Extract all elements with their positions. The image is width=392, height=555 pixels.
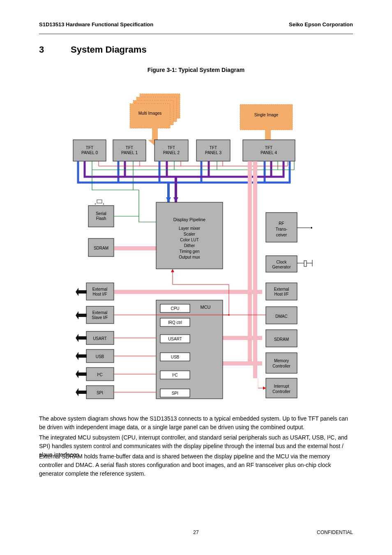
page-number: 27 <box>0 530 392 535</box>
svg-text:Host I/F: Host I/F <box>92 292 107 296</box>
svg-rect-35 <box>97 200 102 203</box>
svg-marker-22 <box>166 197 171 202</box>
svg-text:SPI: SPI <box>172 391 178 395</box>
svg-text:Host I/F: Host I/F <box>274 292 288 296</box>
block-tft3: TFT PANEL 3 <box>196 140 230 161</box>
block-dmac: DMAC <box>266 307 297 324</box>
svg-text:Controller: Controller <box>272 364 291 368</box>
single-image-label: Single Image <box>254 113 279 117</box>
block-tft4: TFT PANEL 4 <box>243 140 295 161</box>
svg-marker-51 <box>76 334 87 342</box>
block-ext-host-r: External Host I/F <box>266 283 297 300</box>
svg-text:SDRAM: SDRAM <box>274 337 289 342</box>
svg-rect-3 <box>130 104 170 128</box>
multi-image-label: Multi Images <box>138 111 162 116</box>
svg-text:DMAC: DMAC <box>275 314 287 319</box>
svg-marker-48 <box>76 311 87 319</box>
block-tft1: TFT PANEL 1 <box>113 140 146 161</box>
svg-text:TFT: TFT <box>210 146 217 150</box>
svg-text:Interrupt: Interrupt <box>274 384 289 388</box>
svg-text:USB: USB <box>96 354 104 359</box>
svg-text:Clock: Clock <box>276 260 287 264</box>
svg-text:SPI: SPI <box>97 391 103 395</box>
svg-marker-23 <box>173 197 178 202</box>
svg-text:PANEL 1: PANEL 1 <box>121 150 138 155</box>
svg-text:PANEL 4: PANEL 4 <box>261 150 277 155</box>
body-para-3: External SDRAM holds frame-buffer data a… <box>39 452 353 478</box>
block-tft2: TFT PANEL 2 <box>154 140 188 161</box>
body-para-1: The above system diagram shows how the S… <box>39 414 353 432</box>
svg-text:TFT: TFT <box>86 146 93 150</box>
block-ext-host: External Host I/F <box>86 283 114 300</box>
svg-text:Trans-: Trans- <box>276 227 288 231</box>
svg-text:MCU: MCU <box>200 305 210 310</box>
svg-text:External: External <box>274 287 289 291</box>
svg-text:I²C: I²C <box>97 372 102 377</box>
svg-text:Display Pipeline: Display Pipeline <box>173 217 205 222</box>
svg-text:Dither: Dither <box>184 243 195 248</box>
svg-text:Flash: Flash <box>96 216 106 221</box>
block-memctrl: Memory Controller <box>266 353 297 373</box>
svg-text:Timing gen: Timing gen <box>179 249 199 254</box>
svg-text:USART: USART <box>93 336 107 341</box>
svg-text:Serial: Serial <box>96 211 106 216</box>
block-rf: RF Trans- ceiver <box>266 213 312 242</box>
svg-text:Memory: Memory <box>274 358 289 363</box>
svg-text:ceiver: ceiver <box>276 233 287 237</box>
svg-text:Controller: Controller <box>272 389 291 394</box>
svg-marker-57 <box>76 370 87 378</box>
svg-text:Color LUT: Color LUT <box>180 238 199 242</box>
svg-text:Output mux: Output mux <box>179 255 200 259</box>
svg-marker-44 <box>76 288 87 296</box>
block-lvcu: Display Pipeline Layer mixer Scaler Colo… <box>156 202 223 269</box>
svg-text:TFT: TFT <box>265 146 272 150</box>
svg-text:External: External <box>92 287 108 291</box>
svg-text:CPU: CPU <box>171 306 179 311</box>
block-clock: Clock Generator <box>266 256 312 272</box>
svg-marker-113 <box>263 386 266 390</box>
page: S1D13513 Hardware Functional Specificati… <box>0 0 392 555</box>
block-flash: Serial Flash <box>88 200 114 227</box>
block-sdramr: SDRAM <box>266 330 297 347</box>
block-ext-slave: External Slave I/F <box>86 306 114 324</box>
svg-text:Layer mixer: Layer mixer <box>179 226 201 231</box>
block-tft0: TFT PANEL 0 <box>73 140 106 161</box>
svg-text:SDRAM: SDRAM <box>94 246 108 250</box>
svg-text:TFT: TFT <box>126 146 133 150</box>
svg-text:PANEL 0: PANEL 0 <box>81 150 98 155</box>
svg-text:I²C: I²C <box>172 373 178 377</box>
multi-screen-icon: Multi Images <box>130 94 180 146</box>
block-intc: Interrupt Controller <box>266 378 297 398</box>
svg-rect-106 <box>266 353 297 373</box>
svg-rect-95 <box>304 261 307 266</box>
svg-marker-79 <box>171 269 174 272</box>
svg-text:External: External <box>92 310 108 315</box>
svg-text:Scaler: Scaler <box>184 232 196 236</box>
svg-text:Slave I/F: Slave I/F <box>92 315 108 320</box>
block-usb: USB <box>86 349 114 363</box>
block-i2c: I²C <box>86 368 114 381</box>
svg-point-90 <box>311 227 312 229</box>
svg-text:RF: RF <box>279 221 284 226</box>
svg-text:TFT: TFT <box>168 146 175 150</box>
svg-marker-54 <box>76 352 87 360</box>
block-usart: USART <box>86 331 114 345</box>
svg-text:PANEL 2: PANEL 2 <box>163 150 180 155</box>
block-spi: SPI <box>86 386 114 399</box>
svg-text:PANEL 3: PANEL 3 <box>205 150 221 155</box>
svg-marker-60 <box>76 388 87 396</box>
svg-text:Generator: Generator <box>272 265 291 269</box>
svg-text:USART: USART <box>168 337 182 341</box>
svg-text:IRQ ctrl: IRQ ctrl <box>168 320 182 325</box>
svg-text:USB: USB <box>171 355 180 359</box>
block-sdram: SDRAM <box>88 238 114 257</box>
